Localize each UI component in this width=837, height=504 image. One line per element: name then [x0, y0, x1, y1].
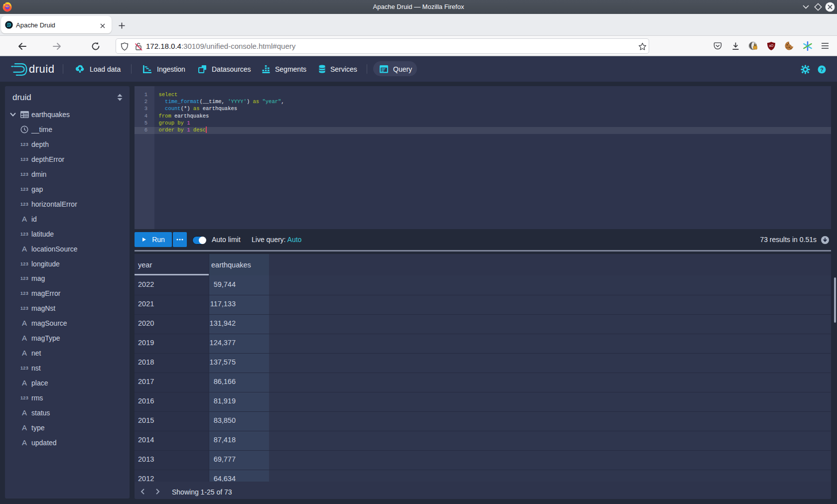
svg-text:uO: uO	[769, 44, 774, 47]
svg-text:?: ?	[820, 67, 824, 73]
